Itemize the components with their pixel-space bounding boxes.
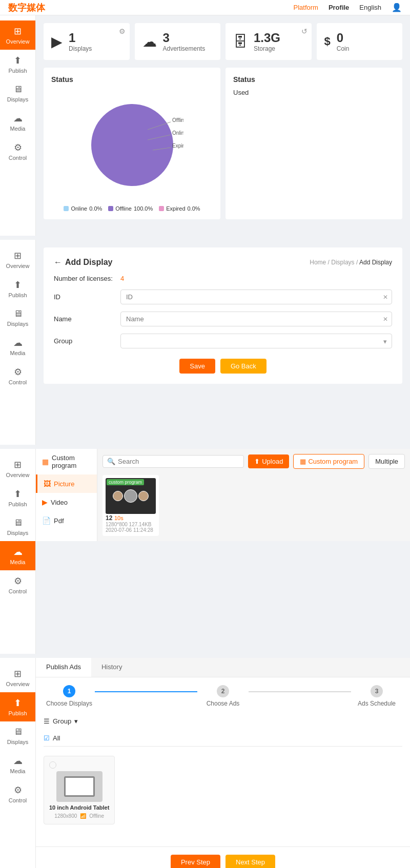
displays-icon2: 🖥 — [13, 308, 23, 319]
sidebar4-item-overview[interactable]: ⊞ Overview — [0, 663, 35, 692]
svg-text:Online: 0.0%: Online: 0.0% — [172, 130, 183, 136]
id-label: ID — [54, 293, 120, 301]
name-input[interactable] — [120, 312, 392, 326]
step-circle-3: 3 — [371, 685, 383, 697]
next-step-button[interactable]: Next Step — [225, 855, 275, 868]
sidebar3-item-media[interactable]: ☁ Media — [0, 541, 35, 570]
gear-icon-storage[interactable]: ↺ — [301, 27, 308, 35]
id-input[interactable] — [120, 290, 392, 304]
display-radio[interactable] — [49, 761, 56, 769]
overview-icon2: ⊞ — [14, 250, 22, 261]
all-label: All — [53, 734, 60, 742]
sidebar-item-control[interactable]: ⚙ Control — [0, 137, 35, 166]
display-label: Displays — [69, 45, 92, 52]
tab-publish-ads[interactable]: Publish Ads — [36, 658, 91, 677]
sidebar-item-media[interactable]: ☁ Media — [0, 108, 35, 137]
sidebar4-item-media[interactable]: ☁ Media — [0, 750, 35, 779]
sidebar-item-displays[interactable]: 🖥 Displays — [0, 79, 35, 108]
sidebar4-item-control[interactable]: ⚙ Control — [0, 779, 35, 809]
publish-bottom-actions: Prev Step Next Step — [36, 846, 410, 868]
legend-expired: Expired 0.0% — [159, 205, 200, 212]
ads-label: Advertisements — [163, 45, 206, 52]
legend-offline: Offline 100.0% — [108, 205, 153, 212]
sidebar3-label-media: Media — [10, 559, 26, 565]
sidebar-item-publish[interactable]: ⬆ Publish — [0, 50, 35, 79]
breadcrumb-displays[interactable]: Displays — [331, 259, 354, 266]
legend-online: Online 0.0% — [64, 205, 102, 212]
svg-text:Expired: 0.0%: Expired: 0.0% — [172, 143, 183, 149]
sidebar2-item-control[interactable]: ⚙ Control — [0, 361, 35, 390]
breadcrumb-home[interactable]: Home — [310, 259, 326, 266]
sidebar-label-publish: Publish — [8, 68, 27, 74]
menu-picture[interactable]: 🖼 Picture — [36, 474, 97, 493]
sidebar3-item-displays[interactable]: 🖥 Displays — [0, 512, 35, 541]
publish-body: 1 Choose Displays 2 Choose Ads 3 Ads Sch… — [36, 677, 410, 836]
add-display-content: ← Add Display Home / Displays / Add Disp… — [36, 240, 410, 445]
section-publish: ⊞ Overview ⬆ Publish 🖥 Displays ☁ Media … — [0, 654, 410, 868]
save-button[interactable]: Save — [179, 359, 215, 374]
menu-picture-label: Picture — [54, 480, 74, 488]
step-line-2-3 — [249, 691, 351, 692]
media-type-sidebar: ▦ Custom program 🖼 Picture ▶ Video 📄 Pdf — [36, 449, 97, 541]
media-layout: ▦ Custom program 🖼 Picture ▶ Video 📄 Pdf — [36, 449, 410, 541]
media-item[interactable]: custom program 12 10s 1280*800 — [102, 475, 159, 536]
menu-video[interactable]: ▶ Video — [36, 493, 97, 511]
section-media: ⊞ Overview ⬆ Publish 🖥 Displays ☁ Media … — [0, 445, 410, 654]
donut-chart: Offline: 100.0% Online: 0.0% Expired: 0.… — [81, 94, 183, 196]
id-input-wrapper: ✕ — [120, 290, 392, 304]
sidebar3-item-publish[interactable]: ⬆ Publish — [0, 483, 35, 512]
display-list: 10 inch Android Tablet 1280x800 📶 Offlin… — [44, 752, 402, 829]
form-row-licenses: Number of licenses: 4 — [54, 275, 392, 282]
sidebar2-item-displays[interactable]: 🖥 Displays — [0, 303, 35, 332]
sidebar4-item-publish[interactable]: ⬆ Publish — [0, 692, 35, 721]
legend-dot-offline — [108, 206, 113, 211]
display-stat-icon: ▶ — [51, 33, 63, 50]
prev-step-button[interactable]: Prev Step — [171, 855, 220, 868]
svg-point-0 — [91, 104, 173, 186]
nav-links: Platform Profile English 👤 — [293, 3, 402, 12]
display-resolution: 1280x800 — [54, 813, 77, 819]
sidebar-overview: ⊞ Overview ⬆ Publish 🖥 Displays ☁ Media … — [0, 15, 36, 236]
overview-icon4: ⊞ — [14, 668, 22, 679]
media-icon: ☁ — [13, 113, 23, 124]
display-card[interactable]: 10 inch Android Tablet 1280x800 📶 Offlin… — [44, 756, 115, 824]
platform-link[interactable]: Platform — [293, 4, 318, 11]
licenses-label: Number of licenses: — [54, 275, 120, 282]
sidebar3-item-overview[interactable]: ⊞ Overview — [0, 454, 35, 483]
group-header[interactable]: ☰ Group ▾ — [44, 717, 402, 725]
gear-icon-displays[interactable]: ⚙ — [119, 27, 126, 35]
display-count: 1 — [69, 31, 92, 45]
go-back-button[interactable]: Go Back — [220, 359, 266, 374]
sidebar3-label-publish: Publish — [8, 501, 27, 507]
display-name: 10 inch Android Tablet — [49, 804, 109, 811]
sidebar-publish: ⊞ Overview ⬆ Publish 🖥 Displays ☁ Media … — [0, 658, 36, 868]
step-1: 1 Choose Displays — [44, 685, 95, 707]
upload-button[interactable]: ⬆ Upload — [248, 454, 289, 468]
menu-custom-program[interactable]: ▦ Custom program — [36, 449, 97, 474]
profile-link[interactable]: Profile — [329, 4, 349, 11]
all-checkbox-row[interactable]: ☑ All — [44, 730, 402, 747]
coin-value: 0 — [337, 31, 350, 45]
display-thumbnail — [56, 771, 102, 802]
legend-dot-expired — [159, 206, 164, 211]
language-selector[interactable]: English — [359, 4, 381, 11]
sidebar2-item-media[interactable]: ☁ Media — [0, 332, 35, 361]
multiple-button[interactable]: Multiple — [368, 454, 405, 469]
sidebar4-item-displays[interactable]: 🖥 Displays — [0, 721, 35, 750]
menu-pdf-label: Pdf — [54, 517, 64, 525]
back-arrow-icon[interactable]: ← — [54, 258, 62, 267]
section-add-display: ⊞ Overview ⬆ Publish 🖥 Displays ☁ Media … — [0, 236, 410, 445]
tab-history[interactable]: History — [91, 658, 132, 677]
user-icon[interactable]: 👤 — [392, 3, 402, 12]
sidebar2-item-publish[interactable]: ⬆ Publish — [0, 274, 35, 303]
displays-icon: 🖥 — [13, 84, 23, 95]
sidebar3-item-control[interactable]: ⚙ Control — [0, 570, 35, 600]
donut-container: Offline: 100.0% Online: 0.0% Expired: 0.… — [51, 89, 213, 212]
group-select[interactable] — [120, 334, 392, 348]
sidebar-item-overview[interactable]: ⊞ Overview — [0, 20, 35, 50]
media-search-input[interactable] — [118, 458, 239, 465]
custom-program-button[interactable]: ▦ Custom program — [293, 454, 364, 469]
sidebar2-item-overview[interactable]: ⊞ Overview — [0, 245, 35, 274]
sidebar3-label-overview: Overview — [6, 472, 30, 478]
menu-pdf[interactable]: 📄 Pdf — [36, 511, 97, 530]
